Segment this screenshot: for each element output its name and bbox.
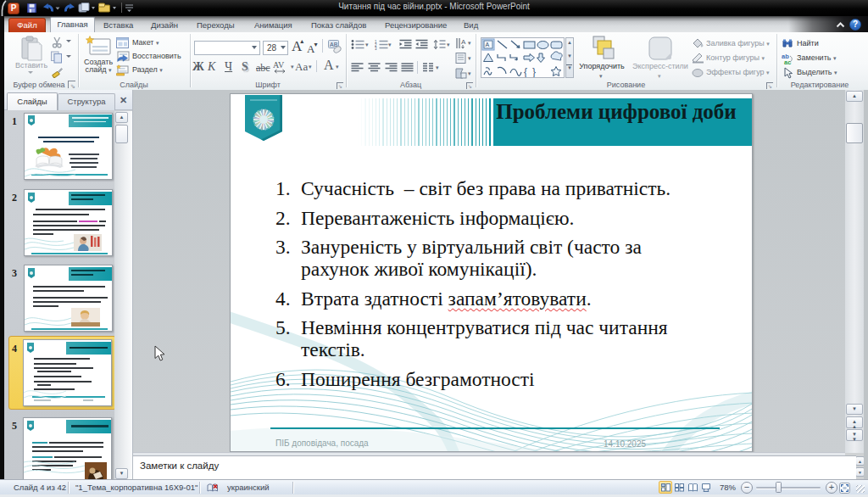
- svg-text:}: }: [532, 66, 536, 77]
- svg-text:А: А: [461, 38, 466, 46]
- svg-text:{: {: [524, 66, 527, 77]
- svg-text:A: A: [486, 42, 490, 47]
- svg-text:3: 3: [375, 47, 377, 50]
- svg-text:AV: AV: [273, 60, 285, 70]
